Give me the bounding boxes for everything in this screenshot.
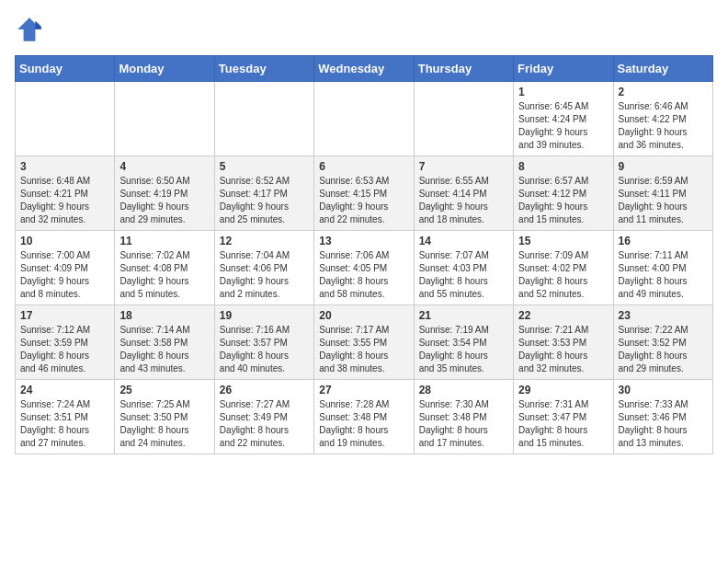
week-row-4: 24Sunrise: 7:24 AM Sunset: 3:51 PM Dayli… [16,380,713,454]
calendar-cell: 25Sunrise: 7:25 AM Sunset: 3:50 PM Dayli… [115,380,214,454]
day-number: 18 [119,309,209,322]
day-number: 9 [619,160,708,173]
day-number: 20 [319,309,408,322]
day-info: Sunrise: 7:30 AM Sunset: 3:48 PM Dayligh… [419,398,508,450]
calendar-cell: 5Sunrise: 6:52 AM Sunset: 4:17 PM Daylig… [214,156,313,231]
day-info: Sunrise: 7:31 AM Sunset: 3:47 PM Dayligh… [518,398,608,450]
calendar-cell: 18Sunrise: 7:14 AM Sunset: 3:58 PM Dayli… [115,305,214,380]
header-row: SundayMondayTuesdayWednesdayThursdayFrid… [16,56,713,82]
calendar-table: SundayMondayTuesdayWednesdayThursdayFrid… [15,55,713,454]
day-info: Sunrise: 6:48 AM Sunset: 4:21 PM Dayligh… [20,175,109,226]
calendar-cell: 1Sunrise: 6:45 AM Sunset: 4:24 PM Daylig… [514,82,613,156]
calendar-cell: 4Sunrise: 6:50 AM Sunset: 4:19 PM Daylig… [115,156,214,231]
calendar-cell: 30Sunrise: 7:33 AM Sunset: 3:46 PM Dayli… [613,380,712,454]
calendar-cell: 17Sunrise: 7:12 AM Sunset: 3:59 PM Dayli… [16,305,115,380]
day-info: Sunrise: 7:22 AM Sunset: 3:52 PM Dayligh… [619,324,708,375]
day-number: 15 [518,235,608,247]
day-number: 16 [619,235,708,247]
day-number: 5 [220,160,309,173]
day-info: Sunrise: 7:02 AM Sunset: 4:08 PM Dayligh… [119,249,209,301]
logo [15,15,48,44]
calendar-cell: 6Sunrise: 6:53 AM Sunset: 4:15 PM Daylig… [314,156,414,231]
day-info: Sunrise: 7:16 AM Sunset: 3:57 PM Dayligh… [220,324,309,375]
day-number: 7 [419,160,508,173]
day-number: 6 [319,160,408,173]
col-header-saturday: Saturday [613,56,712,82]
day-number: 29 [518,384,608,396]
calendar-cell: 11Sunrise: 7:02 AM Sunset: 4:08 PM Dayli… [115,231,214,305]
day-info: Sunrise: 7:14 AM Sunset: 3:58 PM Dayligh… [119,324,209,375]
day-info: Sunrise: 7:04 AM Sunset: 4:06 PM Dayligh… [220,249,309,301]
day-number: 3 [20,160,109,173]
day-number: 8 [518,160,608,173]
day-info: Sunrise: 6:55 AM Sunset: 4:14 PM Dayligh… [419,175,508,226]
day-number: 1 [518,86,608,98]
day-info: Sunrise: 7:06 AM Sunset: 4:05 PM Dayligh… [319,249,408,301]
day-info: Sunrise: 6:52 AM Sunset: 4:17 PM Dayligh… [220,175,309,226]
day-info: Sunrise: 6:50 AM Sunset: 4:19 PM Dayligh… [119,175,209,226]
calendar-cell [16,82,115,156]
day-number: 19 [220,309,309,322]
day-info: Sunrise: 7:11 AM Sunset: 4:00 PM Dayligh… [619,249,708,301]
day-info: Sunrise: 7:28 AM Sunset: 3:48 PM Dayligh… [319,398,408,450]
calendar-cell: 7Sunrise: 6:55 AM Sunset: 4:14 PM Daylig… [414,156,513,231]
day-number: 23 [619,309,708,322]
week-row-1: 3Sunrise: 6:48 AM Sunset: 4:21 PM Daylig… [16,156,713,231]
calendar-cell: 12Sunrise: 7:04 AM Sunset: 4:06 PM Dayli… [214,231,313,305]
day-info: Sunrise: 7:25 AM Sunset: 3:50 PM Dayligh… [119,398,209,450]
col-header-sunday: Sunday [16,56,115,82]
col-header-tuesday: Tuesday [214,56,313,82]
day-info: Sunrise: 6:46 AM Sunset: 4:22 PM Dayligh… [619,100,708,152]
logo-icon [15,15,44,44]
col-header-monday: Monday [115,56,214,82]
day-number: 4 [119,160,209,173]
calendar-cell [414,82,513,156]
day-number: 26 [220,384,309,396]
day-info: Sunrise: 7:17 AM Sunset: 3:55 PM Dayligh… [319,324,408,375]
day-info: Sunrise: 6:59 AM Sunset: 4:11 PM Dayligh… [619,175,708,226]
calendar-cell: 21Sunrise: 7:19 AM Sunset: 3:54 PM Dayli… [414,305,513,380]
calendar-cell: 3Sunrise: 6:48 AM Sunset: 4:21 PM Daylig… [16,156,115,231]
day-info: Sunrise: 6:53 AM Sunset: 4:15 PM Dayligh… [319,175,408,226]
day-number: 12 [220,235,309,247]
day-info: Sunrise: 7:12 AM Sunset: 3:59 PM Dayligh… [20,324,109,375]
day-info: Sunrise: 7:24 AM Sunset: 3:51 PM Dayligh… [20,398,109,450]
day-info: Sunrise: 7:09 AM Sunset: 4:02 PM Dayligh… [518,249,608,301]
calendar-cell: 26Sunrise: 7:27 AM Sunset: 3:49 PM Dayli… [214,380,313,454]
calendar-cell: 20Sunrise: 7:17 AM Sunset: 3:55 PM Dayli… [314,305,414,380]
calendar-cell: 14Sunrise: 7:07 AM Sunset: 4:03 PM Dayli… [414,231,513,305]
calendar-cell [115,82,214,156]
day-number: 11 [119,235,209,247]
day-number: 22 [518,309,608,322]
calendar-cell: 15Sunrise: 7:09 AM Sunset: 4:02 PM Dayli… [514,231,613,305]
calendar-cell: 8Sunrise: 6:57 AM Sunset: 4:12 PM Daylig… [514,156,613,231]
day-number: 24 [20,384,109,396]
calendar-cell [314,82,414,156]
day-info: Sunrise: 7:33 AM Sunset: 3:46 PM Dayligh… [619,398,708,450]
week-row-2: 10Sunrise: 7:00 AM Sunset: 4:09 PM Dayli… [16,231,713,305]
calendar-cell: 16Sunrise: 7:11 AM Sunset: 4:00 PM Dayli… [613,231,712,305]
calendar-cell: 9Sunrise: 6:59 AM Sunset: 4:11 PM Daylig… [613,156,712,231]
day-number: 28 [419,384,508,396]
calendar-cell: 2Sunrise: 6:46 AM Sunset: 4:22 PM Daylig… [613,82,712,156]
day-info: Sunrise: 7:21 AM Sunset: 3:53 PM Dayligh… [518,324,608,375]
day-info: Sunrise: 6:57 AM Sunset: 4:12 PM Dayligh… [518,175,608,226]
calendar-cell: 27Sunrise: 7:28 AM Sunset: 3:48 PM Dayli… [314,380,414,454]
week-row-3: 17Sunrise: 7:12 AM Sunset: 3:59 PM Dayli… [16,305,713,380]
day-number: 21 [419,309,508,322]
day-info: Sunrise: 6:45 AM Sunset: 4:24 PM Dayligh… [518,100,608,152]
calendar-cell: 29Sunrise: 7:31 AM Sunset: 3:47 PM Dayli… [514,380,613,454]
calendar-cell: 28Sunrise: 7:30 AM Sunset: 3:48 PM Dayli… [414,380,513,454]
day-number: 17 [20,309,109,322]
col-header-wednesday: Wednesday [314,56,414,82]
day-number: 2 [619,86,708,98]
day-number: 10 [20,235,109,247]
calendar-cell: 23Sunrise: 7:22 AM Sunset: 3:52 PM Dayli… [613,305,712,380]
day-info: Sunrise: 7:07 AM Sunset: 4:03 PM Dayligh… [419,249,508,301]
header [15,15,713,44]
calendar-cell: 13Sunrise: 7:06 AM Sunset: 4:05 PM Dayli… [314,231,414,305]
col-header-friday: Friday [514,56,613,82]
day-number: 25 [119,384,209,396]
calendar-cell: 10Sunrise: 7:00 AM Sunset: 4:09 PM Dayli… [16,231,115,305]
calendar-cell: 19Sunrise: 7:16 AM Sunset: 3:57 PM Dayli… [214,305,313,380]
